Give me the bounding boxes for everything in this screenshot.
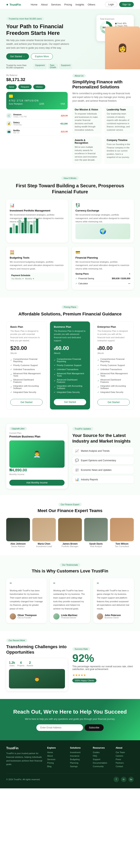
feature-item: ✓Integration with Accounting Software	[10, 384, 43, 390]
cta-section: Reach Out, We're Here to Help You Succee…	[0, 699, 140, 740]
footer-link[interactable]: Community	[93, 765, 111, 768]
footer-link[interactable]: Contact	[116, 765, 134, 768]
feature-item: ✓Unlimited Transactions	[10, 367, 43, 372]
feature-item: ✓Advanced Risk Management Tools	[10, 372, 43, 378]
team-photo-2	[58, 518, 82, 541]
request-button[interactable]: Request	[18, 85, 32, 89]
balance-column: My Balance $8,171.32 Send Request Histor…	[6, 74, 68, 164]
insight-icon-0: 📈	[75, 449, 79, 453]
signup-button[interactable]: Sign Up	[119, 2, 134, 7]
star-rating: ★★★★★	[72, 673, 134, 677]
login-button[interactable]: Login	[105, 2, 117, 7]
team-name-1: Maria Chen	[32, 542, 56, 545]
footer-link[interactable]: Partners	[116, 762, 134, 764]
insight-icon-1: 💬	[75, 459, 79, 462]
insight-icon-3: 📊	[75, 477, 79, 481]
footer-link[interactable]: Planning	[70, 762, 88, 764]
business-plan-name: Business Plan	[54, 326, 86, 328]
tx-icon-0: 🛒	[6, 113, 12, 118]
send-button[interactable]: Send	[6, 85, 17, 89]
footer-link[interactable]: Careers	[116, 755, 134, 757]
challenges-title: Transforming Challenges into Opportuniti…	[6, 644, 68, 655]
feature-item: ✓Integrated Data Security	[54, 390, 86, 394]
step-title-2: Budgeting Tools	[10, 256, 65, 259]
feature-item: ✓Comprehensive Financial Reporting	[97, 357, 130, 363]
linkedin-icon[interactable]: in	[121, 777, 127, 782]
basic-plan-button[interactable]: Get Started	[10, 399, 43, 406]
footer-link[interactable]: About	[47, 755, 65, 757]
basic-plan-period: /Month	[10, 352, 43, 354]
business-plan-button[interactable]: Get Started	[54, 399, 86, 405]
enterprise-plan-name: Enterprise Plan	[97, 326, 130, 328]
step-title-1: Currency Exchange	[75, 209, 130, 212]
about-description: We're committed to providing easy-to-use…	[72, 92, 134, 103]
footer-link[interactable]: Budgeting	[70, 758, 88, 761]
bar-9	[36, 219, 38, 233]
footer-col-about-links: Our Team Careers Press Partners Contact	[116, 751, 134, 768]
basic-plan-price: $20.00	[10, 345, 43, 351]
add-saving-icon[interactable]: +	[129, 273, 130, 275]
stat-item-0: 1.2k Users	[9, 661, 15, 667]
twitter-icon[interactable]: tw	[128, 777, 134, 782]
feature-item: ✓Priority Customer Support	[97, 363, 130, 367]
testimonial-avatar-0	[10, 613, 16, 620]
insight-text-1: Expert Opinions and Commentary	[81, 459, 116, 462]
nav-pricing[interactable]: Pricing	[64, 3, 72, 6]
stat-val-0: 1.2k	[9, 661, 15, 664]
team-photo-1	[32, 518, 56, 541]
add-income-button[interactable]: Add Monthly Income	[9, 480, 65, 486]
nav-others[interactable]: Others	[88, 3, 95, 6]
history-button[interactable]: History	[33, 85, 45, 89]
footer-link[interactable]: Savings	[70, 765, 88, 768]
footer-link[interactable]: Investment	[70, 751, 88, 753]
footer-link[interactable]: FAQ	[93, 755, 111, 757]
testimonial-card-0: " Working with TrustFin has been transfo…	[6, 578, 47, 623]
team-title: Meet Our Finance Expert Teams	[6, 508, 134, 513]
footer-link[interactable]: Guides	[93, 751, 111, 753]
nav-home[interactable]: Home	[31, 3, 38, 6]
challenge-stats: 1.2k Users 4 Projects 2 Awards	[9, 661, 65, 667]
footer-link[interactable]: Blog	[47, 765, 65, 768]
step-card-1: 💱 Currency Exchange We recommend exchang…	[72, 199, 134, 243]
cta-email-input[interactable]	[36, 724, 83, 731]
footer-link[interactable]: Pricing	[47, 762, 65, 764]
trust-badge-1: Equipment	[33, 63, 47, 69]
subscribe-button[interactable]: Subscribe	[84, 724, 103, 731]
enterprise-plan-desc: The Enterprise Plan is designed to provi…	[97, 330, 130, 342]
feature-item: ✓Unlimited Transactions	[97, 367, 130, 372]
about-column: About Us Simplifying Finance with Person…	[72, 74, 134, 164]
happy-clients-badge: 100% Happy Clients	[72, 679, 97, 682]
testimonial-role-0: CEO & Founder	[18, 617, 37, 619]
nav-services[interactable]: Services	[51, 3, 61, 6]
facebook-icon[interactable]: f	[113, 777, 119, 782]
footer-link[interactable]: Support	[93, 758, 111, 761]
hero-title: Your Path to Financial Freedom Starts He…	[6, 23, 72, 36]
footer-link[interactable]: Documentation	[93, 762, 111, 764]
footer-link[interactable]: Insurance	[70, 755, 88, 757]
tx-name-0: Amazon	[13, 113, 27, 116]
balance-label: My Balance	[6, 74, 68, 76]
nav-about[interactable]: About	[41, 3, 48, 6]
footer-link[interactable]: Home	[47, 751, 65, 753]
team-badge: Our Finance Expert	[58, 503, 81, 506]
hero-section: Trusted by more than 50,000 users Your P…	[0, 9, 140, 69]
feature-item: ✓Advanced Dashboard Features	[97, 378, 130, 384]
footer-link[interactable]: Press	[116, 758, 134, 761]
upgrade-insights-section: Upgrade plan Current Plan Premium Busine…	[0, 417, 140, 495]
trust-badge-3: Equipment	[59, 63, 72, 69]
explore-button[interactable]: Explore More	[31, 53, 53, 60]
footer-col-explore: Explore Home About Services Pricing Blog	[47, 746, 65, 769]
savings-list: Saving Plans + ✓Financial Saving $50,630…	[75, 273, 130, 286]
testimonial-author-0: Oliver Thompson CEO & Founder	[10, 613, 43, 620]
testimonial-role-2: Business Owner	[105, 617, 121, 619]
enterprise-plan-button[interactable]: Get Started	[97, 399, 130, 406]
footer-link[interactable]: Services	[47, 758, 65, 761]
upgrade-card-col: Upgrade plan Current Plan Premium Busine…	[6, 424, 68, 489]
insights-title: Your Source for the Latest Industry and …	[72, 433, 134, 444]
footer-link[interactable]: Our Team	[116, 751, 134, 753]
get-started-button[interactable]: Get Started →	[6, 53, 29, 60]
nav-insights[interactable]: Insights	[75, 3, 84, 6]
feature-item: ✓Integrated Data Security	[97, 390, 130, 394]
success-description: This percentage represents our overall s…	[72, 665, 134, 671]
card-number: 6762 2718 INFUSION	[9, 99, 65, 102]
